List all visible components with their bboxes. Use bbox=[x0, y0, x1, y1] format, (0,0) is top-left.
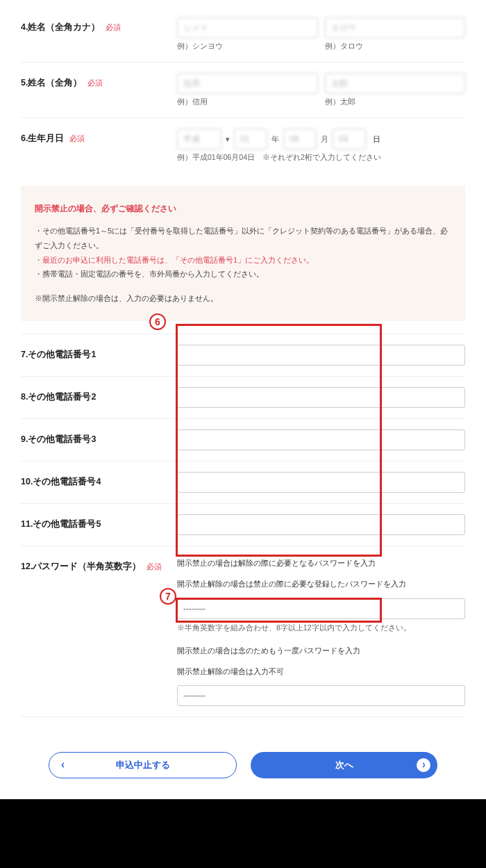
form-page: 4.姓名（全角カナ） 必須 例）シンヨウ 例）タロウ 5 bbox=[0, 0, 486, 868]
label-text: 5.姓名（全角） bbox=[21, 78, 82, 88]
phone4-input[interactable] bbox=[177, 472, 465, 493]
dob-month-input[interactable] bbox=[283, 129, 317, 149]
notice-box: 開示禁止の場合、必ずご確認ください ・その他電話番号1～5には「受付番号を取得し… bbox=[21, 186, 465, 321]
password-input[interactable] bbox=[177, 598, 465, 619]
label-phone1: 7.その他電話番号1 bbox=[21, 345, 177, 361]
row-phone1: 7.その他電話番号1 bbox=[21, 334, 465, 376]
notice-line4: ※開示禁止解除の場合は、入力の必要はありません。 bbox=[35, 291, 451, 306]
label-text: 12.パスワード（半角英数字） bbox=[21, 562, 141, 571]
black-footer bbox=[0, 799, 486, 868]
notice-line1: ・その他電話番号1～5には「受付番号を取得した電話番号」以外に「クレジット契約等… bbox=[35, 224, 451, 253]
label-kana: 4.姓名（全角カナ） 必須 bbox=[21, 17, 177, 33]
form-content: 4.姓名（全角カナ） 必須 例）シンヨウ 例）タロウ 5 bbox=[0, 0, 486, 738]
sep: 月 bbox=[321, 134, 328, 145]
row-phone4: 10.その他電話番号4 bbox=[21, 461, 465, 503]
phone5-input[interactable] bbox=[177, 514, 465, 535]
phone-section: 7.その他電話番号1 8.その他電話番号2 9.その他電話番号3 10.その他電… bbox=[21, 334, 465, 546]
label-name: 5.姓名（全角） 必須 bbox=[21, 73, 177, 89]
label-phone3: 9.その他電話番号3 bbox=[21, 429, 177, 445]
hint-dob: 例）平成01年06月04日 ※それぞれ2桁で入力してください bbox=[177, 153, 465, 163]
row-password: 12.パスワード（半角英数字） 必須 開示禁止の場合は解除の際に必要となるパスワ… bbox=[21, 546, 465, 717]
chevron-left-icon bbox=[56, 758, 70, 772]
row-phone5: 11.その他電話番号5 bbox=[21, 503, 465, 546]
row-phone3: 9.その他電話番号3 bbox=[21, 418, 465, 461]
kana-first-input[interactable] bbox=[325, 17, 466, 38]
next-label: 次へ bbox=[335, 760, 353, 771]
sep: ▾ bbox=[226, 135, 230, 144]
kana-last-input[interactable] bbox=[177, 17, 318, 38]
next-button[interactable]: 次へ bbox=[251, 752, 437, 778]
cancel-label: 申込中止する bbox=[116, 760, 170, 771]
label-phone4: 10.その他電話番号4 bbox=[21, 472, 177, 488]
notice-title: 開示禁止の場合、必ずご確認ください bbox=[35, 201, 451, 217]
name-last-input[interactable] bbox=[177, 73, 318, 94]
label-dob: 6.生年月日 必須 bbox=[21, 129, 177, 145]
row-kana: 4.姓名（全角カナ） 必須 例）シンヨウ 例）タロウ bbox=[21, 7, 465, 62]
field-kana: 例）シンヨウ 例）タロウ bbox=[177, 17, 465, 51]
sep: 年 bbox=[271, 134, 279, 145]
dob-day-unit: 日 bbox=[373, 134, 380, 145]
password-confirm-input[interactable] bbox=[177, 685, 465, 706]
hint-name-first: 例）太郎 bbox=[325, 97, 466, 107]
required-badge: 必須 bbox=[69, 134, 85, 142]
name-first-input[interactable] bbox=[325, 73, 466, 94]
notice-line2: ・最近のお申込に利用した電話番号は、「その他電話番号1」にご入力ください。 bbox=[35, 253, 451, 268]
dob-era-select[interactable] bbox=[177, 129, 221, 149]
label-password: 12.パスワード（半角英数字） 必須 bbox=[21, 557, 177, 573]
dob-year-input[interactable] bbox=[234, 129, 267, 149]
label-text: 6.生年月日 bbox=[21, 133, 64, 143]
hint-name-last: 例）信用 bbox=[177, 97, 318, 107]
notice-line3: ・携帯電話・固定電話の番号を、市外局番から入力してください。 bbox=[35, 267, 451, 281]
label-phone5: 11.その他電話番号5 bbox=[21, 514, 177, 530]
hint-kana-last: 例）シンヨウ bbox=[177, 42, 318, 51]
pw-desc4: 開示禁止解除の場合は入力不可 bbox=[177, 665, 465, 679]
field-dob: ▾ 年 月 日 例）平成01年06月04日 ※それぞれ2桁で入力してください bbox=[177, 129, 465, 163]
cancel-button[interactable]: 申込中止する bbox=[49, 752, 237, 778]
button-row: 申込中止する 次へ bbox=[0, 738, 486, 799]
row-phone2: 8.その他電話番号2 bbox=[21, 376, 465, 418]
pw-desc1: 開示禁止の場合は解除の際に必要となるパスワードを入力 bbox=[177, 557, 465, 571]
field-password: 開示禁止の場合は解除の際に必要となるパスワードを入力 開示禁止解除の場合は禁止の… bbox=[177, 557, 465, 706]
required-badge: 必須 bbox=[106, 23, 121, 31]
phone3-input[interactable] bbox=[177, 429, 465, 450]
hint-kana-first: 例）タロウ bbox=[325, 42, 466, 51]
dob-day-input[interactable] bbox=[333, 129, 366, 149]
chevron-right-icon bbox=[417, 758, 430, 772]
field-name: 例）信用 例）太郎 bbox=[177, 73, 465, 107]
row-dob: 6.生年月日 必須 ▾ 年 月 日 例）平成01年06月04日 ※それぞれ2桁で… bbox=[21, 117, 465, 173]
pw-hint: ※半角英数字を組み合わせ、8字以上12字以内で入力してください。 bbox=[177, 623, 465, 633]
required-badge: 必須 bbox=[87, 79, 103, 87]
pw-desc3: 開示禁止の場合は念のためもう一度パスワードを入力 bbox=[177, 644, 465, 658]
phone1-input[interactable] bbox=[177, 345, 465, 366]
required-badge: 必須 bbox=[146, 562, 162, 571]
label-phone2: 8.その他電話番号2 bbox=[21, 387, 177, 403]
row-name: 5.姓名（全角） 必須 例）信用 例）太郎 bbox=[21, 62, 465, 117]
pw-desc2: 開示禁止解除の場合は禁止の際に必要な登録したパスワードを入力 bbox=[177, 578, 465, 591]
phone2-input[interactable] bbox=[177, 387, 465, 408]
label-text: 4.姓名（全角カナ） bbox=[21, 22, 100, 32]
